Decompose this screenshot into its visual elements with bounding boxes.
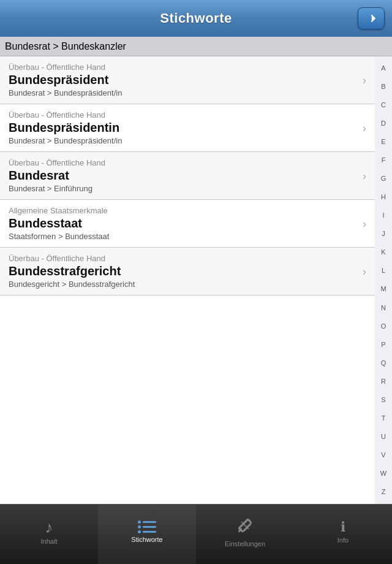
item-category: Allgemeine Staatsmerkmale <box>9 206 366 215</box>
breadcrumb-bold: B <box>5 41 12 51</box>
chevron-right-icon: › <box>363 169 366 182</box>
alpha-D[interactable]: D <box>381 120 386 127</box>
tab-inhalt[interactable]: ♪ Inhalt <box>0 505 98 564</box>
alpha-W[interactable]: W <box>380 470 386 477</box>
item-path: Bundesrat > Bundespräsident/in <box>9 136 366 145</box>
list-item[interactable]: Allgemeine Staatsmerkmale Bundesstaat St… <box>0 200 375 248</box>
alpha-O[interactable]: O <box>381 323 386 330</box>
chevron-right-icon: › <box>363 121 366 134</box>
alpha-G[interactable]: G <box>381 175 386 182</box>
tab-info-label: Info <box>337 536 349 544</box>
alpha-L[interactable]: L <box>382 267 385 274</box>
alpha-K[interactable]: K <box>381 249 385 256</box>
alpha-H[interactable]: H <box>381 194 386 200</box>
alphabet-sidebar: A B C D E F G H I J K L M N O P Q R S T … <box>375 56 392 504</box>
list-item[interactable]: Überbau - Öffentliche Hand Bundesstrafge… <box>0 248 375 295</box>
chevron-right-icon: › <box>363 74 366 86</box>
page-title: Stichworte <box>160 10 232 26</box>
tab-inhalt-label: Inhalt <box>41 538 58 545</box>
music-icon: ♪ <box>45 519 53 535</box>
alpha-Q[interactable]: Q <box>381 360 386 367</box>
list-icon <box>138 520 156 533</box>
chevron-right-icon: › <box>363 265 366 278</box>
item-path: Bundesrat > Einführung <box>9 184 366 193</box>
item-category: Überbau - Öffentliche Hand <box>9 158 366 167</box>
tab-stichworte-label: Stichworte <box>131 536 162 543</box>
arrow-right-icon <box>365 12 377 25</box>
item-title: Bundesrat <box>9 169 366 183</box>
breadcrumb-rest: undesrat > Bundeskanzler <box>12 41 126 51</box>
alpha-N[interactable]: N <box>381 305 386 311</box>
forward-button[interactable] <box>358 7 385 29</box>
item-category: Überbau - Öffentliche Hand <box>9 254 366 263</box>
tab-stichworte[interactable]: Stichworte <box>98 505 196 564</box>
list-container: Überbau - Öffentliche Hand Bundespräside… <box>0 56 375 504</box>
list-item[interactable]: Überbau - Öffentliche Hand Bundespräside… <box>0 56 375 104</box>
alpha-P[interactable]: P <box>381 341 385 348</box>
breadcrumb: Bundesrat > Bundeskanzler <box>0 37 392 56</box>
alpha-F[interactable]: F <box>382 157 386 164</box>
chevron-right-icon: › <box>363 217 366 230</box>
alpha-V[interactable]: V <box>381 452 385 459</box>
breadcrumb-text: Bundesrat > Bundeskanzler <box>5 41 126 52</box>
item-path: Staatsformen > Bundesstaat <box>9 232 366 241</box>
alpha-T[interactable]: T <box>382 415 386 422</box>
alpha-J[interactable]: J <box>382 231 385 237</box>
tab-info[interactable]: ℹ Info <box>294 505 392 564</box>
tab-bar: ♪ Inhalt Stichworte <box>0 504 392 564</box>
alpha-M[interactable]: M <box>380 286 386 292</box>
list-item[interactable]: Überbau - Öffentliche Hand Bundespräside… <box>0 104 375 152</box>
list-item[interactable]: Überbau - Öffentliche Hand Bundesrat Bun… <box>0 152 375 200</box>
alpha-U[interactable]: U <box>381 433 386 440</box>
info-icon: ℹ <box>341 520 345 534</box>
item-title: Bundesstaat <box>9 216 366 231</box>
tab-einstellungen[interactable]: Einstellungen <box>196 505 294 564</box>
alpha-I[interactable]: I <box>382 212 384 219</box>
alpha-C[interactable]: C <box>381 102 386 109</box>
alpha-E[interactable]: E <box>381 139 385 145</box>
alpha-Z[interactable]: Z <box>382 489 386 495</box>
alpha-S[interactable]: S <box>381 397 385 403</box>
item-category: Überbau - Öffentliche Hand <box>9 110 366 120</box>
item-path: Bundesgericht > Bundesstrafgericht <box>9 280 366 289</box>
item-category: Überbau - Öffentliche Hand <box>9 63 366 72</box>
item-title: Bundespräsident <box>9 73 366 87</box>
alpha-R[interactable]: R <box>381 378 386 385</box>
item-path: Bundesrat > Bundespräsident/in <box>9 88 366 97</box>
alpha-B[interactable]: B <box>381 83 385 90</box>
item-title: Bundesstrafgericht <box>9 264 366 278</box>
tab-einstellungen-label: Einstellungen <box>225 540 265 547</box>
header: Stichworte <box>0 0 392 37</box>
item-title: Bundespräsidentin <box>9 121 366 135</box>
alpha-A[interactable]: A <box>381 65 385 72</box>
tools-icon <box>236 517 254 538</box>
